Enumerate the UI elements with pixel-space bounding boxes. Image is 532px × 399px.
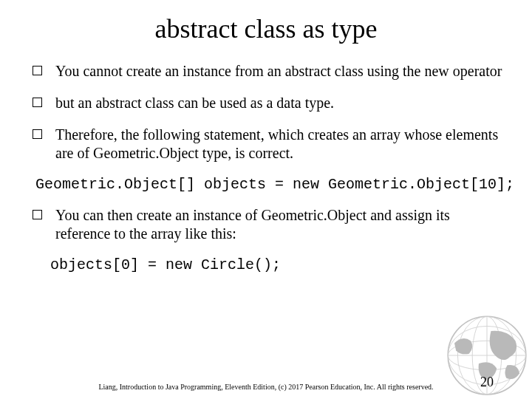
bullet-square-icon	[33, 66, 42, 75]
bullet-square-icon	[33, 210, 42, 219]
list-item: You cannot create an instance from an ab…	[33, 62, 502, 81]
bullet-text: Therefore, the following statement, whic…	[55, 126, 502, 163]
list-item: You can then create an instance of Geome…	[33, 206, 502, 243]
footer-citation: Liang, Introduction to Java Programming,…	[0, 383, 532, 392]
bullet-list: You cannot create an instance from an ab…	[30, 62, 502, 163]
bullet-text: but an abstract class can be used as a d…	[55, 94, 502, 112]
list-item: Therefore, the following statement, whic…	[33, 126, 502, 163]
code-line-2: objects[0] = new Circle();	[50, 256, 502, 273]
slide: abstract class as type You cannot create…	[0, 0, 532, 399]
slide-title: abstract class as type	[30, 13, 502, 44]
bullet-text: You can then create an instance of Geome…	[55, 206, 502, 243]
svg-point-2	[448, 341, 526, 370]
bullet-list-2: You can then create an instance of Geome…	[30, 206, 502, 243]
code-line-1: Geometric.Object[] objects = new Geometr…	[35, 176, 502, 193]
list-item: but an abstract class can be used as a d…	[33, 94, 502, 112]
bullet-square-icon	[33, 129, 42, 139]
page-number: 20	[480, 375, 494, 390]
bullet-square-icon	[33, 98, 42, 107]
bullet-text: You cannot create an instance from an ab…	[55, 62, 502, 81]
